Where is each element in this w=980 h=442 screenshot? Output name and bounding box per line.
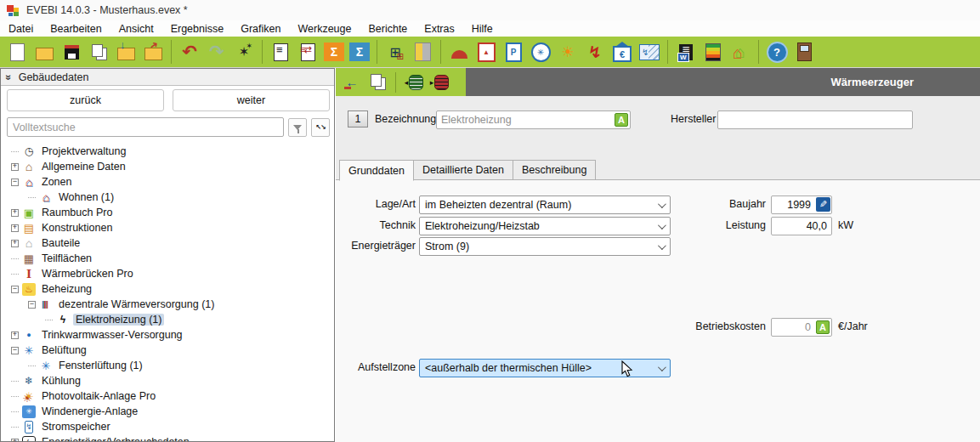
tree-item-trinkwarmwasser[interactable]: Trinkwarmwasser-Versorgung: [3, 327, 332, 343]
import-project-icon[interactable]: [113, 39, 139, 65]
menu-werkzeuge[interactable]: Werkzeuge: [289, 20, 360, 37]
tree-item-raumbuch[interactable]: Raumbuch Pro: [3, 205, 332, 220]
tree-item-beheizung[interactable]: Beheizung: [3, 281, 332, 297]
construction-wall-icon[interactable]: [410, 39, 435, 65]
menu-grafiken[interactable]: Grafiken: [232, 20, 289, 37]
sum-blue-icon[interactable]: Σ: [349, 42, 370, 61]
energy-certificate-house-icon[interactable]: [728, 39, 753, 65]
tree-item-konstruktionen[interactable]: Konstruktionen: [3, 220, 332, 235]
expand-toggle[interactable]: [11, 224, 19, 232]
kuehlung-icon: [22, 375, 36, 388]
undo-icon[interactable]: [177, 39, 202, 65]
filter-icon[interactable]: [288, 118, 307, 137]
navigate-back-icon[interactable]: [341, 71, 363, 94]
lage-art-select[interactable]: im Beheizten dezentral (Raum): [419, 196, 671, 214]
tree-item-allgemeine-daten[interactable]: Allgemeine Daten: [3, 159, 332, 174]
roofing-icon[interactable]: [446, 39, 472, 65]
menu-datei[interactable]: Datei: [0, 20, 42, 37]
word-report-icon[interactable]: [673, 39, 699, 65]
menu-bar: Datei Bearbeiten Ansicht Ergebnisse Graf…: [0, 20, 980, 37]
sidebar-header[interactable]: » Gebäudedaten: [1, 69, 334, 86]
tree-item-belueftung[interactable]: Belüftung: [3, 343, 332, 358]
auto-value-button[interactable]: A: [816, 320, 830, 334]
tab-grunddaten[interactable]: Grunddaten: [339, 160, 414, 181]
menu-berichte[interactable]: Berichte: [360, 20, 416, 37]
tree-item-dezentrale-waermeversorgung[interactable]: dezentrale Wärmeversorgung (1): [3, 297, 332, 312]
next-button[interactable]: weiter: [173, 89, 330, 111]
hersteller-label: Hersteller: [671, 113, 717, 125]
tree-item-wohnen[interactable]: Wohnen (1): [3, 190, 332, 205]
expand-toggle[interactable]: [11, 347, 19, 354]
tree-item-bauteile[interactable]: Bauteile: [3, 235, 332, 251]
help-icon[interactable]: [764, 39, 790, 65]
expand-toggle[interactable]: [11, 178, 19, 186]
menu-extras[interactable]: Extras: [416, 20, 462, 37]
solar-icon[interactable]: [555, 39, 581, 65]
consumption-meter-icon[interactable]: [637, 39, 662, 65]
open-folder-icon[interactable]: [31, 39, 57, 65]
tree-item-projektverwaltung[interactable]: Projektverwaltung: [3, 144, 332, 159]
bezeichnung-input[interactable]: Elektroheizung: [436, 110, 631, 129]
energietraeger-select[interactable]: Strom (9): [419, 237, 671, 256]
technik-select[interactable]: Elektroheizung/Heizstab: [419, 217, 671, 235]
tree-item-photovoltaik[interactable]: Photovoltaik-Anlage Pro: [3, 388, 332, 404]
leistung-label: Leistung: [676, 219, 766, 231]
heating-icon[interactable]: [473, 39, 499, 65]
tree-item-kuehlung[interactable]: Kühlung: [3, 373, 332, 388]
elektroheizung-icon: [56, 314, 70, 326]
menu-ergebnisse[interactable]: Ergebnisse: [162, 20, 233, 37]
tree-item-stromspeicher[interactable]: Stromspeicher: [3, 419, 332, 434]
copy-element-icon[interactable]: [366, 71, 388, 94]
tree-item-teilflaechen[interactable]: Teilflächen: [3, 251, 332, 266]
report-document-icon[interactable]: [268, 39, 293, 65]
compare-documents-icon[interactable]: [295, 39, 320, 65]
collapse-panel-icon[interactable]: »: [3, 74, 14, 80]
auto-value-button[interactable]: A: [615, 113, 628, 127]
expand-toggle[interactable]: [28, 301, 36, 309]
tree-item-energietraeger[interactable]: Energieträger/Verbrauchsdaten: [3, 434, 332, 441]
fulltext-search-input[interactable]: [7, 117, 284, 137]
ventilation-icon[interactable]: [528, 39, 553, 65]
expand-toggle[interactable]: [11, 286, 19, 293]
toolbar-separator: [377, 40, 377, 64]
menu-ansicht[interactable]: Ansicht: [110, 20, 162, 37]
mouse-cursor: [621, 360, 633, 377]
expand-toggle[interactable]: [11, 332, 19, 339]
tree-item-waermebruecken[interactable]: Wärmebrücken Pro: [3, 266, 332, 281]
tab-detaillierte-daten[interactable]: Detaillierte Daten: [413, 160, 513, 180]
leistung-input[interactable]: 40,0: [771, 217, 832, 235]
expand-toggle[interactable]: [11, 439, 19, 442]
energy-label-icon[interactable]: [700, 39, 726, 65]
redo-icon[interactable]: [204, 39, 229, 65]
copy-icon[interactable]: [86, 39, 111, 65]
electricity-icon[interactable]: [582, 39, 608, 65]
sum-orange-icon[interactable]: Σ: [324, 42, 344, 61]
collapse-tree-icon[interactable]: [311, 118, 330, 137]
tree-item-fensterlueftung[interactable]: Fensterlüftung (1): [3, 358, 332, 373]
db-write-icon[interactable]: ▸: [428, 71, 450, 94]
betriebskosten-unit: €/Jahr: [838, 320, 868, 332]
new-file-icon[interactable]: [4, 39, 30, 65]
tree-item-elektroheizung[interactable]: Elektroheizung (1): [3, 312, 332, 327]
exit-icon[interactable]: [791, 39, 817, 65]
menu-hilfe[interactable]: Hilfe: [463, 20, 501, 37]
energy-cost-house-icon[interactable]: [609, 39, 635, 65]
hersteller-input[interactable]: [717, 110, 913, 129]
save-icon[interactable]: [59, 39, 84, 65]
menu-bearbeiten[interactable]: Bearbeiten: [42, 20, 110, 37]
title-bar: EVEBI 14.0.3 - Musterhaus.evex *: [0, 0, 980, 20]
warm-water-icon[interactable]: [501, 39, 526, 65]
expand-toggle[interactable]: [11, 163, 19, 171]
db-read-icon[interactable]: ◂: [403, 71, 425, 94]
back-button[interactable]: zurück: [7, 89, 164, 111]
wizard-icon[interactable]: [231, 39, 257, 65]
tab-beschreibung[interactable]: Beschreibung: [513, 160, 596, 180]
export-project-icon[interactable]: [140, 39, 166, 65]
fensterlueftung-icon: [39, 360, 53, 372]
tree-item-windenergie[interactable]: Windenergie-Anlage: [3, 404, 332, 419]
expand-toggle[interactable]: [11, 209, 19, 217]
edit-pencil-button[interactable]: [816, 197, 830, 212]
expand-toggle[interactable]: [11, 240, 19, 247]
tree-item-zonen[interactable]: Zonen: [3, 174, 332, 190]
system-schema-icon[interactable]: [382, 39, 408, 65]
